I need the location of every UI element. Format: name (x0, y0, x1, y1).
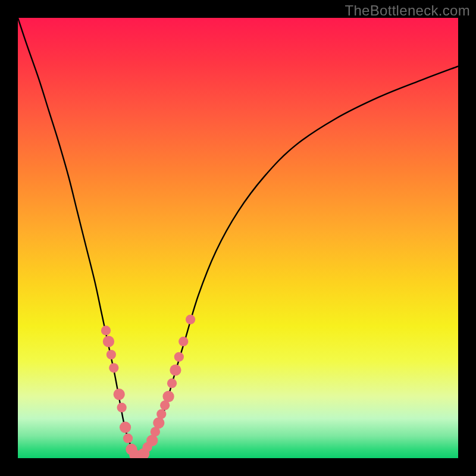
data-marker (174, 352, 184, 362)
data-marker (101, 325, 111, 335)
data-marker (170, 364, 181, 375)
data-marker (156, 409, 166, 419)
data-marker (146, 435, 158, 446)
data-marker (103, 336, 114, 347)
curve-right-curve (139, 66, 459, 458)
data-marker (162, 391, 174, 402)
markers-group (101, 315, 195, 458)
data-marker (120, 422, 131, 433)
data-marker (178, 337, 188, 346)
watermark-text: TheBottleneck.com (345, 2, 470, 19)
data-marker (109, 363, 118, 372)
chart-svg (18, 18, 458, 458)
data-marker (186, 315, 195, 324)
data-marker (123, 434, 133, 443)
chart-frame: TheBottleneck.com (0, 0, 476, 476)
data-marker (167, 378, 177, 388)
data-marker (107, 350, 116, 359)
data-marker (114, 389, 125, 400)
data-marker (153, 417, 164, 428)
data-marker (117, 403, 127, 412)
curves-group (18, 18, 458, 458)
plot-area (18, 18, 458, 458)
